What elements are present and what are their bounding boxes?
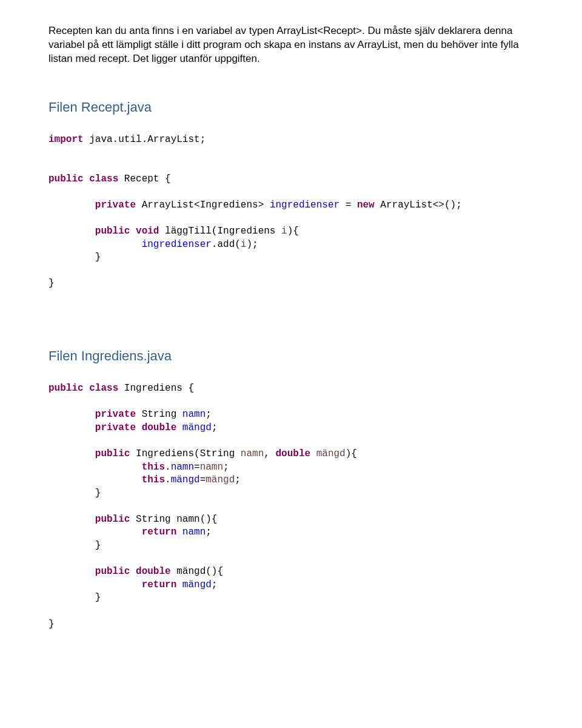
kw-return: return — [142, 527, 177, 538]
ingrediens-code: public class Ingrediens { private String… — [48, 382, 534, 631]
paren: ){ — [287, 226, 299, 237]
space — [310, 448, 316, 459]
kw-double: double — [142, 422, 177, 433]
type: String — [136, 409, 182, 420]
kw-public: public — [95, 514, 130, 525]
var-mangd: mängd — [206, 474, 235, 485]
field-ingredienser: ingredienser — [270, 200, 340, 211]
method: mängd(){ — [171, 566, 223, 577]
kw-public: public — [48, 174, 84, 184]
kw-double: double — [275, 448, 310, 459]
var-namn: namn — [241, 448, 264, 459]
semicolon: ; — [212, 579, 218, 590]
brace: } — [95, 252, 101, 263]
import-rest: java.util.ArrayList; — [84, 134, 206, 145]
dot: . — [165, 462, 171, 473]
paren: ){ — [346, 448, 357, 459]
kw-class: class — [89, 174, 118, 184]
kw-return: return — [142, 579, 177, 590]
kw-public: public — [95, 226, 130, 237]
brace: } — [48, 278, 55, 289]
recept-heading: Filen Recept.java — [48, 99, 534, 115]
type: ArrayList<Ingrediens> — [136, 200, 270, 211]
kw-public: public — [48, 383, 84, 394]
brace: } — [48, 619, 55, 630]
kw-private: private — [95, 422, 136, 433]
field-ingredienser: ingredienser — [142, 239, 212, 250]
method: läggTill(Ingrediens — [159, 226, 281, 237]
semicolon: ; — [235, 474, 241, 485]
method: String namn(){ — [130, 514, 217, 525]
kw-import: import — [48, 134, 84, 145]
kw-this: this — [142, 462, 165, 473]
eq: = — [194, 462, 200, 473]
brace: } — [95, 592, 101, 603]
intro-paragraph: Recepten kan du anta finns i en variabel… — [48, 24, 534, 66]
ctor: ArrayList<>(); — [375, 200, 462, 211]
field-namn: namn — [182, 527, 206, 538]
recept-code: import java.util.ArrayList; public class… — [48, 133, 534, 291]
kw-public: public — [95, 566, 130, 577]
kw-private: private — [95, 409, 136, 420]
semicolon: ; — [206, 409, 212, 420]
kw-new: new — [357, 200, 375, 211]
ingrediens-heading: Filen Ingrediens.java — [48, 348, 534, 364]
comma: , — [264, 448, 275, 459]
semicolon: ; — [212, 422, 218, 433]
kw-void: void — [136, 226, 159, 237]
kw-public: public — [95, 448, 130, 459]
kw-double: double — [136, 566, 171, 577]
semicolon: ; — [223, 462, 229, 473]
field-namn: namn — [182, 409, 206, 420]
call: .add( — [212, 239, 241, 250]
close: ); — [246, 239, 258, 250]
class-name: Ingrediens { — [118, 383, 194, 394]
ctor: Ingrediens(String — [130, 448, 240, 459]
kw-private: private — [95, 200, 136, 211]
field-mangd: mängd — [171, 474, 200, 485]
var-namn: namn — [200, 462, 223, 473]
eq: = — [200, 474, 206, 485]
field-mangd: mängd — [182, 422, 212, 433]
brace: } — [95, 540, 101, 551]
dot: . — [165, 474, 171, 485]
kw-this: this — [142, 474, 165, 485]
brace: } — [95, 488, 101, 499]
field-namn: namn — [171, 462, 194, 473]
field-mangd: mängd — [182, 579, 212, 590]
semicolon: ; — [206, 527, 212, 538]
class-name: Recept { — [118, 174, 170, 184]
var-mangd: mängd — [316, 448, 346, 459]
var-i: i — [281, 226, 287, 237]
kw-class: class — [89, 383, 118, 394]
eq: = — [340, 200, 357, 211]
